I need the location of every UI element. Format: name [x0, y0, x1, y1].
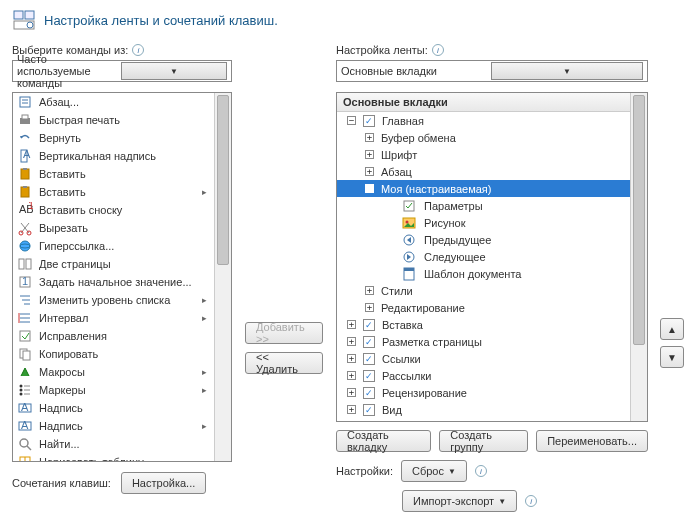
command-item[interactable]: Нарисовать таблицу [13, 453, 214, 461]
tree-item[interactable]: Следующее [337, 248, 630, 265]
expand-icon[interactable]: + [365, 150, 374, 159]
command-item[interactable]: Макросы▸ [13, 363, 214, 381]
undo-icon [17, 130, 33, 146]
command-item[interactable]: Вырезать [13, 219, 214, 237]
rename-button[interactable]: Переименовать... [536, 430, 648, 452]
tree-item[interactable]: +Шрифт [337, 146, 630, 163]
expand-icon[interactable]: + [365, 286, 374, 295]
tree-item[interactable]: +Абзац [337, 163, 630, 180]
expand-icon[interactable]: + [365, 167, 374, 176]
expand-icon[interactable]: + [347, 405, 356, 414]
command-item[interactable]: Вставить [13, 165, 214, 183]
customize-ribbon-label: Настройка ленты: [336, 44, 428, 56]
new-tab-button[interactable]: Создать вкладку [336, 430, 431, 452]
new-group-button[interactable]: Создать группу [439, 430, 528, 452]
tree-item-label: Стили [381, 285, 413, 297]
info-icon[interactable]: i [475, 465, 487, 477]
checkbox[interactable]: ✓ [363, 387, 375, 399]
command-item[interactable]: AB1Вставить сноску [13, 201, 214, 219]
tree-item[interactable]: +✓Ссылки [337, 350, 630, 367]
checkbox[interactable]: ✓ [363, 370, 375, 382]
tree-item-label: Параметры [424, 200, 483, 212]
tree-item[interactable]: +✓Рецензирование [337, 384, 630, 401]
info-icon[interactable]: i [132, 44, 144, 56]
expand-icon[interactable]: + [347, 320, 356, 329]
command-item[interactable]: Маркеры▸ [13, 381, 214, 399]
scrollbar[interactable] [214, 93, 231, 461]
svg-rect-13 [21, 187, 29, 197]
commands-listbox[interactable]: Абзац...Быстрая печатьВернутьAВертикальн… [12, 92, 232, 462]
tree-item[interactable]: Рисунок [337, 214, 630, 231]
command-item[interactable]: Две страницы [13, 255, 214, 273]
expand-icon[interactable]: + [347, 354, 356, 363]
choose-commands-combo[interactable]: Часто используемые команды ▼ [12, 60, 232, 82]
svg-rect-1 [25, 11, 34, 19]
expand-icon[interactable]: − [365, 184, 374, 193]
command-item[interactable]: Гиперссылка... [13, 237, 214, 255]
svg-rect-33 [23, 351, 30, 360]
command-item[interactable]: AВертикальная надпись [13, 147, 214, 165]
checkbox[interactable]: ✓ [363, 404, 375, 416]
tree-item[interactable]: +Редактирование [337, 299, 630, 316]
command-label: Маркеры [39, 384, 196, 396]
configure-shortcuts-button[interactable]: Настройка... [121, 472, 206, 494]
command-item[interactable]: AНадпись▸ [13, 417, 214, 435]
tree-item[interactable]: Предыдущее [337, 231, 630, 248]
expand-icon[interactable]: + [347, 371, 356, 380]
command-item[interactable]: Абзац... [13, 93, 214, 111]
checkbox[interactable]: ✓ [363, 115, 375, 127]
expand-icon[interactable]: + [365, 133, 374, 142]
command-item[interactable]: Быстрая печать [13, 111, 214, 129]
ribbon-tabs-combo[interactable]: Основные вкладки ▼ [336, 60, 648, 82]
tree-item[interactable]: +Стили [337, 282, 630, 299]
tree-item[interactable]: +✓Разработчик [337, 418, 630, 421]
checkbox[interactable]: ✓ [363, 319, 375, 331]
add-button[interactable]: Добавить >> [245, 322, 323, 344]
command-item[interactable]: 1Задать начальное значение... [13, 273, 214, 291]
command-item[interactable]: Интервал▸ [13, 309, 214, 327]
expand-icon[interactable]: − [347, 116, 356, 125]
tree-item[interactable]: Шаблон документа [337, 265, 630, 282]
ribbon-tree[interactable]: Основные вкладки −✓Главная+Буфер обмена+… [336, 92, 648, 422]
command-item[interactable]: Вставить▸ [13, 183, 214, 201]
macro-icon [17, 364, 33, 380]
command-label: Копировать [39, 348, 196, 360]
move-up-button[interactable]: ▲ [660, 318, 684, 340]
tree-item[interactable]: −Моя (настраиваемая) [337, 180, 630, 197]
checkbox[interactable]: ✓ [363, 421, 375, 422]
tree-item[interactable]: Параметры [337, 197, 630, 214]
remove-button[interactable]: << Удалить [245, 352, 323, 374]
rev-icon [17, 328, 33, 344]
tree-item[interactable]: +Буфер обмена [337, 129, 630, 146]
svg-line-45 [27, 446, 31, 450]
command-item[interactable]: Найти... [13, 435, 214, 453]
command-item[interactable]: Изменить уровень списка▸ [13, 291, 214, 309]
checkbox[interactable]: ✓ [363, 336, 375, 348]
tree-item[interactable]: +✓Рассылки [337, 367, 630, 384]
chevron-down-icon[interactable]: ▼ [121, 62, 227, 80]
expand-icon[interactable]: + [365, 303, 374, 312]
scrollbar[interactable] [630, 93, 647, 421]
tree-header: Основные вкладки [337, 93, 630, 112]
tree-item-label: Редактирование [381, 302, 465, 314]
expand-icon[interactable]: + [347, 388, 356, 397]
reset-button[interactable]: Сброс▼ [401, 460, 467, 482]
command-item[interactable]: Копировать [13, 345, 214, 363]
command-label: Абзац... [39, 96, 196, 108]
submenu-icon: ▸ [202, 295, 210, 305]
command-item[interactable]: Исправления [13, 327, 214, 345]
checkbox[interactable]: ✓ [363, 353, 375, 365]
info-icon[interactable]: i [432, 44, 444, 56]
info-icon[interactable]: i [525, 495, 537, 507]
import-export-button[interactable]: Импорт-экспорт▼ [402, 490, 517, 512]
command-item[interactable]: AНадпись [13, 399, 214, 417]
command-item[interactable]: Вернуть [13, 129, 214, 147]
tree-item[interactable]: +✓Вставка [337, 316, 630, 333]
tree-item[interactable]: +✓Вид [337, 401, 630, 418]
move-down-button[interactable]: ▼ [660, 346, 684, 368]
command-label: Изменить уровень списка [39, 294, 196, 306]
tree-item[interactable]: +✓Разметка страницы [337, 333, 630, 350]
chevron-down-icon[interactable]: ▼ [491, 62, 643, 80]
expand-icon[interactable]: + [347, 337, 356, 346]
tree-item[interactable]: −✓Главная [337, 112, 630, 129]
